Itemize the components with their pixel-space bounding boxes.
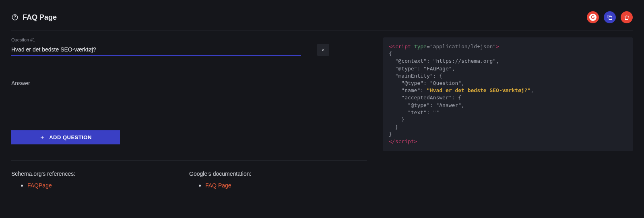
- copy-icon: [607, 14, 613, 21]
- remove-question-button[interactable]: [317, 44, 329, 56]
- google-faqpage-link[interactable]: FAQ Page: [205, 182, 231, 189]
- google-g-icon: G: [589, 14, 597, 21]
- page-header: FAQ Page G: [11, 11, 633, 31]
- add-question-label: ADD QUESTION: [49, 134, 92, 140]
- page-title: FAQ Page: [23, 13, 57, 22]
- copy-button[interactable]: [604, 11, 616, 23]
- close-icon: [321, 47, 326, 52]
- plus-icon: [39, 135, 45, 140]
- add-question-button[interactable]: ADD QUESTION: [11, 130, 120, 144]
- code-output: <script type="application/ld+json"> { "@…: [383, 37, 633, 151]
- question-label: Question #1: [11, 37, 367, 42]
- svg-rect-2: [609, 16, 612, 19]
- trash-icon: [623, 14, 630, 21]
- question-input[interactable]: [11, 44, 301, 56]
- schema-faqpage-link[interactable]: FAQPage: [27, 182, 52, 189]
- delete-button[interactable]: [621, 11, 633, 23]
- google-test-button[interactable]: G: [587, 11, 599, 23]
- svg-point-1: [14, 19, 15, 19]
- schema-refs-title: Schema.org's references:: [11, 171, 189, 177]
- google-docs-title: Google's documentation:: [189, 171, 367, 177]
- answer-input[interactable]: [11, 89, 361, 106]
- help-circle-icon: [11, 14, 19, 21]
- answer-label: Answer: [11, 80, 367, 86]
